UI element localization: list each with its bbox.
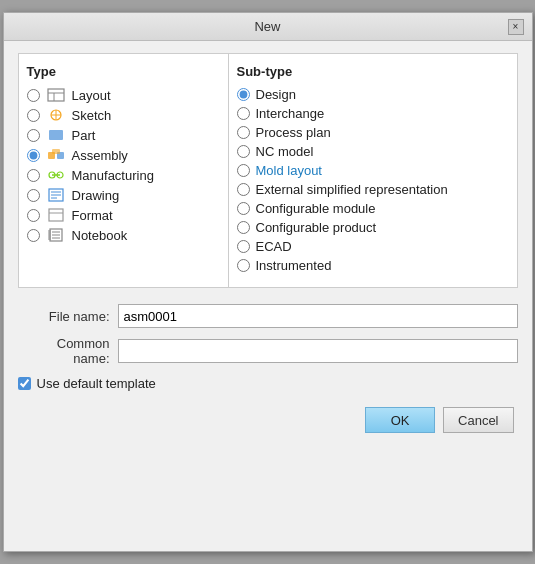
dialog-title: New xyxy=(254,19,280,34)
type-panel-title: Type xyxy=(27,64,220,79)
format-icon xyxy=(46,207,66,223)
common-name-input[interactable] xyxy=(118,339,518,363)
type-item-drawing[interactable]: Drawing xyxy=(27,187,220,203)
type-item-notebook[interactable]: Notebook xyxy=(27,227,220,243)
subtype-item-interchange[interactable]: Interchange xyxy=(237,106,509,121)
close-icon: × xyxy=(513,21,519,32)
common-name-row: Common name: xyxy=(18,336,518,366)
type-radio-drawing[interactable] xyxy=(27,189,40,202)
new-dialog: New × Type Layout xyxy=(3,12,533,552)
type-label-sketch: Sketch xyxy=(72,108,112,123)
default-template-row: Use default template xyxy=(18,376,518,391)
file-name-input[interactable] xyxy=(118,304,518,328)
subtype-radio-design[interactable] xyxy=(237,88,250,101)
subtype-radio-nc-model[interactable] xyxy=(237,145,250,158)
assembly-icon xyxy=(46,147,66,163)
subtype-radio-mold-layout[interactable] xyxy=(237,164,250,177)
type-label-format: Format xyxy=(72,208,113,223)
subtype-panel-title: Sub-type xyxy=(237,64,509,79)
subtype-item-instrumented[interactable]: Instrumented xyxy=(237,258,509,273)
type-item-format[interactable]: Format xyxy=(27,207,220,223)
type-label-assembly: Assembly xyxy=(72,148,128,163)
type-item-manufacturing[interactable]: Manufacturing xyxy=(27,167,220,183)
dialog-content: Type Layout Sketch xyxy=(4,41,532,445)
type-subtype-container: Type Layout Sketch xyxy=(18,53,518,288)
type-radio-assembly[interactable] xyxy=(27,149,40,162)
type-radio-part[interactable] xyxy=(27,129,40,142)
drawing-icon xyxy=(46,187,66,203)
subtype-panel: Sub-type Design Interchange Process plan… xyxy=(229,54,517,287)
subtype-label-mold-layout: Mold layout xyxy=(256,163,322,178)
subtype-item-configurable-module[interactable]: Configurable module xyxy=(237,201,509,216)
type-item-layout[interactable]: Layout xyxy=(27,87,220,103)
type-label-layout: Layout xyxy=(72,88,111,103)
type-label-manufacturing: Manufacturing xyxy=(72,168,154,183)
layout-icon xyxy=(46,87,66,103)
subtype-radio-configurable-product[interactable] xyxy=(237,221,250,234)
file-name-label: File name: xyxy=(18,309,118,324)
type-item-part[interactable]: Part xyxy=(27,127,220,143)
subtype-radio-process-plan[interactable] xyxy=(237,126,250,139)
svg-rect-9 xyxy=(52,149,60,154)
subtype-label-design: Design xyxy=(256,87,296,102)
subtype-item-configurable-product[interactable]: Configurable product xyxy=(237,220,509,235)
subtype-radio-interchange[interactable] xyxy=(237,107,250,120)
subtype-radio-configurable-module[interactable] xyxy=(237,202,250,215)
manufacturing-icon xyxy=(46,167,66,183)
subtype-label-configurable-product: Configurable product xyxy=(256,220,377,235)
type-item-sketch[interactable]: Sketch xyxy=(27,107,220,123)
subtype-item-process-plan[interactable]: Process plan xyxy=(237,125,509,140)
svg-rect-0 xyxy=(48,89,64,101)
subtype-label-ecad: ECAD xyxy=(256,239,292,254)
default-template-checkbox[interactable] xyxy=(18,377,31,390)
svg-rect-6 xyxy=(49,130,63,140)
file-name-row: File name: xyxy=(18,304,518,328)
close-button[interactable]: × xyxy=(508,19,524,35)
sketch-icon xyxy=(46,107,66,123)
title-bar: New × xyxy=(4,13,532,41)
subtype-radio-external-simplified[interactable] xyxy=(237,183,250,196)
subtype-item-mold-layout[interactable]: Mold layout xyxy=(237,163,509,178)
svg-rect-23 xyxy=(48,230,51,240)
button-row: OK Cancel xyxy=(18,407,518,433)
type-panel: Type Layout Sketch xyxy=(19,54,229,287)
common-name-label: Common name: xyxy=(18,336,118,366)
type-radio-manufacturing[interactable] xyxy=(27,169,40,182)
part-icon xyxy=(46,127,66,143)
type-radio-notebook[interactable] xyxy=(27,229,40,242)
type-label-drawing: Drawing xyxy=(72,188,120,203)
type-label-notebook: Notebook xyxy=(72,228,128,243)
cancel-button[interactable]: Cancel xyxy=(443,407,513,433)
ok-button[interactable]: OK xyxy=(365,407,435,433)
subtype-label-interchange: Interchange xyxy=(256,106,325,121)
subtype-label-configurable-module: Configurable module xyxy=(256,201,376,216)
type-label-part: Part xyxy=(72,128,96,143)
notebook-icon xyxy=(46,227,66,243)
svg-rect-17 xyxy=(49,209,63,221)
default-template-label: Use default template xyxy=(37,376,156,391)
type-radio-layout[interactable] xyxy=(27,89,40,102)
subtype-label-nc-model: NC model xyxy=(256,144,314,159)
type-radio-format[interactable] xyxy=(27,209,40,222)
subtype-radio-instrumented[interactable] xyxy=(237,259,250,272)
subtype-radio-ecad[interactable] xyxy=(237,240,250,253)
subtype-item-nc-model[interactable]: NC model xyxy=(237,144,509,159)
subtype-label-external-simplified: External simplified representation xyxy=(256,182,448,197)
subtype-item-ecad[interactable]: ECAD xyxy=(237,239,509,254)
type-radio-sketch[interactable] xyxy=(27,109,40,122)
subtype-item-design[interactable]: Design xyxy=(237,87,509,102)
subtype-item-external-simplified[interactable]: External simplified representation xyxy=(237,182,509,197)
subtype-label-process-plan: Process plan xyxy=(256,125,331,140)
subtype-label-instrumented: Instrumented xyxy=(256,258,332,273)
type-item-assembly[interactable]: Assembly xyxy=(27,147,220,163)
